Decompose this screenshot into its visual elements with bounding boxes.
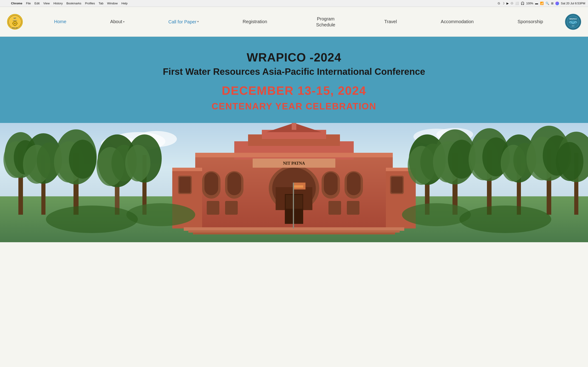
profiles-menu[interactable]: Profiles <box>83 1 97 6</box>
svg-rect-68 <box>347 172 361 195</box>
svg-point-42 <box>125 145 150 181</box>
svg-rect-73 <box>329 201 341 215</box>
svg-rect-72 <box>225 201 238 215</box>
wrapico-logo: WRAPICO 2024 <box>565 14 581 30</box>
help-menu[interactable]: Help <box>120 1 130 6</box>
svg-rect-81 <box>193 233 395 234</box>
bookmarks-menu[interactable]: Bookmarks <box>65 1 83 6</box>
svg-rect-51 <box>292 123 296 130</box>
headphones-icon: 🎧 <box>521 2 524 5</box>
siri-icon[interactable] <box>555 2 559 5</box>
grammarly-icon: G <box>498 2 500 5</box>
svg-rect-76 <box>179 177 191 193</box>
nightshift-icon: ☽ <box>502 2 505 5</box>
svg-text:ESTD. 1924: ESTD. 1924 <box>12 27 18 29</box>
svg-point-14 <box>569 21 577 24</box>
navigation-bar: NIT PATNA ESTD. 1924 Home About ▾ <box>0 7 588 37</box>
svg-point-35 <box>69 140 96 179</box>
wifi-icon: 📶 <box>540 2 544 5</box>
svg-rect-71 <box>207 201 219 215</box>
svg-rect-64 <box>294 195 303 209</box>
menu-bar-right: G ☽ ▶ ⚇ ⬜ 🎧 100% ▬ 📶 🔍 ⊞ Sat 20 Jul 6:53… <box>498 2 585 5</box>
svg-rect-80 <box>188 230 400 233</box>
search-icon[interactable]: 🔍 <box>545 2 549 5</box>
battery-percentage: 100% <box>526 2 533 5</box>
nav-home[interactable]: Home <box>50 17 70 26</box>
building-illustration: NIT PATNA <box>0 123 588 242</box>
about-chevron-icon: ▾ <box>123 20 124 23</box>
svg-text:2024: 2024 <box>572 25 574 26</box>
apple-menu[interactable] <box>3 3 6 4</box>
svg-rect-58 <box>227 172 241 195</box>
hero-section: WRAPICO -2024 First Water Resources Asia… <box>0 37 588 123</box>
file-menu[interactable]: File <box>24 1 33 6</box>
hero-date: DECEMBER 13-15, 2024 <box>222 84 366 98</box>
display-icon: ⬜ <box>515 2 519 5</box>
svg-rect-56 <box>204 172 218 195</box>
nav-program-schedule[interactable]: Program Schedule <box>307 14 344 30</box>
svg-rect-82 <box>293 183 294 228</box>
svg-point-109 <box>46 206 138 233</box>
nav-call-for-paper[interactable]: Call for Paper ▾ <box>165 17 202 27</box>
svg-point-110 <box>402 203 471 226</box>
svg-point-108 <box>126 203 195 226</box>
svg-rect-78 <box>391 177 403 193</box>
chrome-menu[interactable]: Chrome <box>9 1 24 6</box>
svg-rect-53 <box>172 168 202 171</box>
hero-subtitle: First Water Resources Asia-Pacific Inter… <box>163 67 425 77</box>
history-menu[interactable]: History <box>52 1 64 6</box>
window-menu[interactable]: Window <box>105 1 120 6</box>
svg-point-107 <box>556 142 583 181</box>
nav-accommodation[interactable]: Accommodation <box>437 17 477 26</box>
nav-registration[interactable]: Registration <box>239 17 271 26</box>
svg-text:NIT PATNA: NIT PATNA <box>283 161 305 166</box>
svg-point-6 <box>14 23 16 24</box>
tab-menu[interactable]: Tab <box>97 1 105 6</box>
svg-rect-63 <box>286 195 294 209</box>
media-icon: ▶ <box>506 2 509 5</box>
edit-menu[interactable]: Edit <box>33 1 41 6</box>
building-section: NIT PATNA <box>0 123 588 242</box>
svg-rect-84 <box>294 185 303 188</box>
hero-title: WRAPICO -2024 <box>247 50 341 64</box>
svg-text:WRAPICO: WRAPICO <box>569 18 577 19</box>
battery-icon: ▬ <box>535 2 538 5</box>
call-chevron-icon: ▾ <box>197 20 199 24</box>
control-center-icon[interactable]: ⊞ <box>551 2 553 5</box>
hero-celebration: CENTENARY YEAR CELEBRATION <box>212 101 376 111</box>
website-wrapper: NIT PATNA ESTD. 1924 Home About ▾ <box>0 7 588 242</box>
nav-travel[interactable]: Travel <box>380 17 401 26</box>
view-menu[interactable]: View <box>41 1 52 6</box>
mac-menubar: Chrome File Edit View History Bookmarks … <box>0 0 588 7</box>
clock: Sat 20 Jul 6:53PM <box>561 2 585 5</box>
nav-sponsorship[interactable]: Sponsorship <box>514 17 547 26</box>
nav-about[interactable]: About ▾ <box>107 17 128 26</box>
svg-rect-52 <box>195 153 393 157</box>
svg-rect-74 <box>347 201 359 215</box>
svg-text:NIT: NIT <box>14 17 16 19</box>
nav-items: Home About ▾ Call for Paper ▾ Registrati… <box>32 14 565 30</box>
svg-rect-66 <box>324 172 338 195</box>
svg-point-111 <box>459 206 551 233</box>
nit-logo[interactable]: NIT PATNA ESTD. 1924 <box>7 14 23 30</box>
bluetooth-icon: ⚇ <box>510 2 513 5</box>
